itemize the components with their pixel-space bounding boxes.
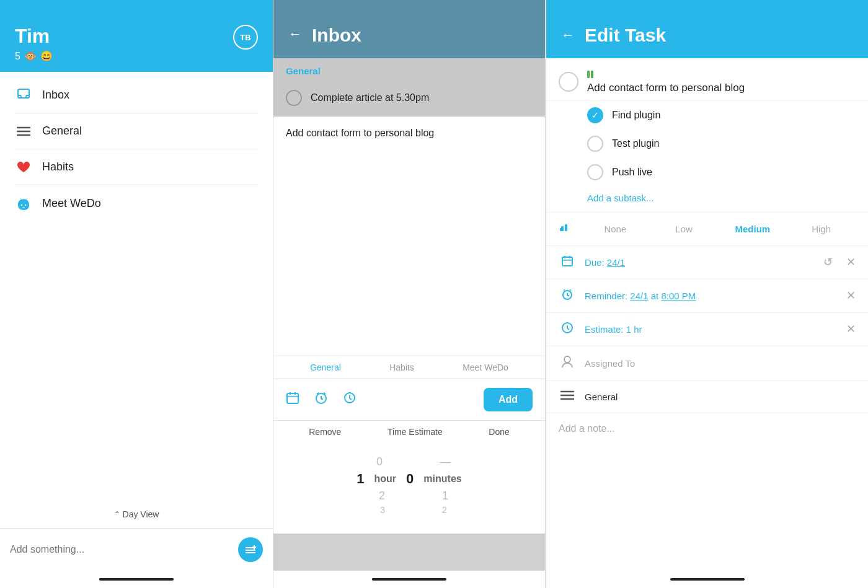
tab-meetwedo[interactable]: Meet WeDo	[463, 362, 508, 372]
svg-rect-11	[287, 393, 298, 403]
sidebar-item-label-general: General	[42, 125, 82, 138]
mid-action-row: Remove Time Estimate Done	[273, 420, 545, 443]
mid-icons-row: Add	[273, 379, 545, 420]
reminder-close-icon[interactable]: ✕	[846, 289, 856, 302]
task-title-with-indicator: Add contact form to personal blog	[587, 71, 856, 95]
day-view-label: Day View	[123, 509, 159, 519]
add-input[interactable]	[10, 544, 238, 555]
mid-bottom-gray	[273, 521, 545, 533]
time-picker: 0 — 1 hour 0 minutes 2 1 3 2	[273, 443, 545, 521]
mid-spacer	[273, 150, 545, 356]
add-subtask-link[interactable]: Add a subtask...	[546, 186, 868, 212]
due-date[interactable]: 24/1	[607, 257, 625, 268]
avatar[interactable]: TB	[233, 25, 258, 50]
mid-back-button[interactable]: ←	[288, 26, 302, 42]
tab-general[interactable]: General	[310, 362, 341, 372]
sidebar-item-inbox[interactable]: Inbox	[0, 77, 273, 113]
priority-none[interactable]: None	[581, 224, 650, 234]
time-hour-label: hour	[374, 473, 397, 485]
clock-icon[interactable]	[343, 391, 356, 408]
subtask-text-1: Find plugin	[612, 110, 660, 121]
reminder-time[interactable]: 8:00 PM	[661, 291, 696, 301]
right-title: Edit Task	[585, 25, 666, 46]
list-icon	[559, 390, 576, 404]
home-indicator-mid	[273, 571, 545, 588]
subtask-item-2[interactable]: Test plugin	[546, 129, 868, 158]
priority-high[interactable]: High	[787, 224, 856, 234]
home-bar-mid	[372, 578, 446, 581]
list-text: General	[585, 392, 856, 402]
tab-habits[interactable]: Habits	[389, 362, 414, 372]
task-main-circle[interactable]	[559, 72, 578, 92]
svg-rect-0	[18, 89, 29, 98]
due-text: Due: 24/1	[585, 257, 810, 268]
due-reset-icon[interactable]: ↺	[823, 255, 833, 269]
subtask-text-3: Push live	[612, 167, 652, 178]
time-picker-inner: 0 — 1 hour 0 minutes 2 1 3 2	[286, 449, 533, 521]
task-text-1: Complete article at 5.30pm	[311, 92, 429, 103]
svg-line-34	[570, 289, 571, 291]
svg-point-4	[21, 204, 22, 206]
right-back-button[interactable]: ←	[561, 27, 575, 43]
chevron-up-icon: ⌃	[114, 510, 120, 519]
assigned-to-text: Assigned To	[585, 358, 856, 369]
clock-detail-icon	[559, 322, 576, 337]
svg-point-38	[564, 356, 570, 362]
right-header: ← Edit Task	[546, 0, 868, 58]
task-title-row: Add contact form to personal blog	[546, 58, 868, 101]
heart-icon	[15, 161, 32, 173]
subtask-circle-3	[587, 164, 603, 180]
due-close-icon[interactable]: ✕	[846, 255, 856, 269]
priority-icon	[559, 221, 571, 237]
alarm-detail-icon	[559, 288, 576, 304]
add-btn-icon	[244, 543, 257, 556]
bar2	[591, 71, 593, 78]
sidebar-item-general[interactable]: General	[0, 113, 273, 149]
sidebar-item-label-meetwedo: Meet WeDo	[42, 197, 101, 210]
task-main-title: Add contact form to personal blog	[587, 81, 856, 95]
subtask-item-1[interactable]: ✓ Find plugin	[546, 101, 868, 129]
add-button[interactable]	[238, 537, 263, 562]
mid-header: ← Inbox	[273, 0, 545, 58]
estimate-row: Estimate: 1 hr ✕	[546, 313, 868, 346]
assigned-row[interactable]: Assigned To	[546, 346, 868, 381]
priority-medium[interactable]: Medium	[719, 224, 787, 234]
action-done[interactable]: Done	[489, 427, 509, 437]
inbox-icon	[15, 88, 32, 102]
alarm-icon[interactable]	[314, 391, 328, 408]
svg-line-37	[567, 328, 569, 330]
add-note[interactable]: Add a note...	[546, 413, 868, 444]
day-view-button[interactable]: ⌃ Day View	[0, 501, 273, 528]
menu-icon	[15, 126, 32, 137]
estimate-close-icon[interactable]: ✕	[846, 322, 856, 336]
priority-low[interactable]: Low	[650, 224, 719, 234]
right-content: Add contact form to personal blog ✓ Find…	[546, 58, 868, 571]
sidebar-item-habits[interactable]: Habits	[0, 149, 273, 185]
user-name: Tim	[15, 25, 258, 48]
subtask-circle-2	[587, 136, 603, 152]
mid-task-item-2[interactable]: Add contact form to personal blog	[273, 116, 545, 150]
action-remove[interactable]: Remove	[309, 427, 341, 437]
mid-bottom-tabs: General Habits Meet WeDo	[273, 356, 545, 379]
mid-task-item-1[interactable]: Complete article at 5.30pm	[273, 80, 545, 116]
progress-indicator	[587, 71, 593, 78]
calendar-detail-icon	[559, 255, 576, 270]
user-sub: 5 🐵 😄	[15, 50, 258, 62]
mid-add-button[interactable]: Add	[484, 388, 533, 411]
reminder-label: Reminder:	[585, 291, 630, 301]
right-panel: ← Edit Task Add contact form to personal…	[546, 0, 868, 588]
svg-line-33	[564, 289, 565, 291]
time-row-far: 3 2	[371, 505, 447, 515]
emoji1: 🐵	[24, 50, 37, 62]
sidebar-item-meetwedo[interactable]: Meet WeDo	[0, 185, 273, 221]
time-below-min: 1	[442, 489, 448, 502]
sidebar-item-label-inbox: Inbox	[42, 89, 69, 102]
list-row[interactable]: General	[546, 381, 868, 413]
reminder-date[interactable]: 24/1	[630, 291, 648, 301]
time-far-hour: 3	[380, 505, 385, 515]
svg-rect-25	[560, 228, 562, 231]
time-row-top: 0 —	[368, 455, 451, 468]
action-time-estimate[interactable]: Time Estimate	[388, 427, 443, 437]
calendar-icon[interactable]	[286, 391, 299, 408]
subtask-item-3[interactable]: Push live	[546, 158, 868, 186]
